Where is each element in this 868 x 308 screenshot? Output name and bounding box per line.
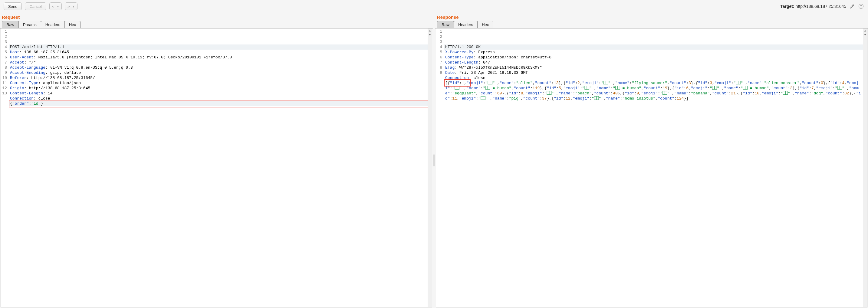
code-line: User-Agent: Mozilla/5.0 (Macintosh; Inte… <box>10 55 431 60</box>
code-line: Content-Type: application/json; charset=… <box>445 55 866 60</box>
send-button[interactable]: Send <box>4 2 22 10</box>
code-line: X-Powered-By: Express <box>445 50 866 55</box>
scrollbar[interactable]: ▲ ▼ <box>428 28 432 307</box>
request-tabs: RawParamsHeadersHex <box>0 21 433 28</box>
code-line: Accept: */* <box>10 60 431 65</box>
help-icon[interactable] <box>858 3 864 10</box>
response-editor-wrap: 123456789 HTTP/1.1 200 OKX-Powered-By: E… <box>436 28 867 307</box>
split-panes: Request RawParamsHeadersHex 123456789101… <box>0 13 868 308</box>
code-line: Content-Type: application/json <box>10 81 431 86</box>
request-code[interactable]: POST /api/list HTTP/1.1Host: 138.68.187.… <box>9 28 432 107</box>
response-body: [{"id":1,"emoji":"⎕⎕" ,"name":"alien","c… <box>445 81 866 101</box>
tab-params[interactable]: Params <box>19 21 41 28</box>
tab-hex[interactable]: Hex <box>477 21 493 28</box>
response-gutter: 123456789 <box>436 28 444 102</box>
code-line: Host: 138.68.187.25:31645 <box>10 50 431 55</box>
scroll-up-icon[interactable]: ▲ <box>863 28 867 33</box>
target-display: Target: http://138.68.187.25:31645 <box>780 3 864 10</box>
request-gutter: 12345678910111213 <box>1 28 9 107</box>
scroll-down-icon[interactable]: ▼ <box>428 33 432 37</box>
prev-button[interactable]: < ▾ <box>49 2 62 10</box>
request-editor[interactable]: 12345678910111213 POST /api/list HTTP/1.… <box>1 28 432 107</box>
tab-raw[interactable]: Raw <box>2 21 19 28</box>
scrollbar[interactable]: ▲ ▼ <box>863 28 867 307</box>
tab-headers[interactable]: Headers <box>454 21 477 28</box>
scroll-up-icon[interactable]: ▲ <box>428 28 432 33</box>
request-pane: Request RawParamsHeadersHex 123456789101… <box>0 13 433 308</box>
tab-headers[interactable]: Headers <box>41 21 65 28</box>
code-line: Accept-Encoding: gzip, deflate <box>10 70 431 75</box>
tab-hex[interactable]: Hex <box>64 21 81 28</box>
code-line: Accept-Language: vi-VN,vi;q=0.8,en-US;q=… <box>10 65 431 70</box>
code-line: {"order":"id"} <box>9 101 432 106</box>
code-line: ETag: W/"287-xI5XfKn2sHI5144NsbcR9XkSKMY… <box>445 65 866 70</box>
response-code[interactable]: HTTP/1.1 200 OKX-Powered-By: ExpressCont… <box>444 28 867 102</box>
target-value: http://138.68.187.25:31645 <box>796 4 846 9</box>
scroll-down-icon[interactable]: ▼ <box>863 33 867 37</box>
next-button[interactable]: > ▾ <box>65 2 77 10</box>
code-line: Date: Fri, 23 Apr 2021 19:19:33 GMT <box>445 70 866 75</box>
pane-divider[interactable] <box>433 13 435 308</box>
request-title: Request <box>0 13 433 21</box>
response-pane: Response RawHeadersHex 123456789 HTTP/1.… <box>435 13 868 308</box>
code-line: Content-Length: 647 <box>445 60 866 65</box>
tab-raw[interactable]: Raw <box>437 21 454 28</box>
response-title: Response <box>435 13 868 21</box>
code-line: Origin: http://138.68.187.25:31645 <box>10 86 431 91</box>
code-line: Referer: http://138.68.187.25:31645/ <box>10 75 431 81</box>
response-tabs: RawHeadersHex <box>435 21 868 28</box>
code-line: Content-Length: 14 <box>10 91 431 96</box>
cancel-button[interactable]: Cancel <box>25 2 46 10</box>
code-line: HTTP/1.1 200 OK <box>444 44 867 50</box>
response-editor[interactable]: 123456789 HTTP/1.1 200 OKX-Powered-By: E… <box>436 28 867 102</box>
code-line: Connection: close <box>10 96 431 101</box>
code-line: POST /api/list HTTP/1.1 <box>9 44 432 50</box>
toolbar: Send Cancel < ▾ > ▾ Target: http://138.6… <box>0 0 868 13</box>
target-label: Target: <box>780 4 794 9</box>
code-line: Connection: close <box>445 75 866 81</box>
request-editor-wrap: 12345678910111213 POST /api/list HTTP/1.… <box>1 28 432 307</box>
pencil-icon[interactable] <box>849 3 855 10</box>
